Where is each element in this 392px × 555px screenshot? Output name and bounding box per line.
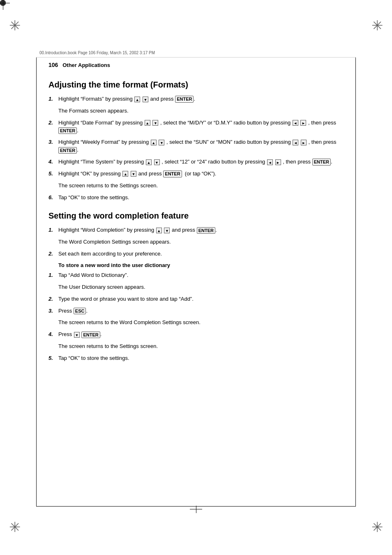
enter-key-3: ENTER bbox=[58, 147, 77, 154]
section-time-format: Adjusting the time format (Formats) 1. H… bbox=[48, 80, 346, 201]
section1-step-3: 3. Highlight “Weekly Format” by pressing… bbox=[48, 138, 346, 154]
section1-step-6: 6. Tap “OK” to store the settings. bbox=[48, 194, 346, 202]
sub-step-3-content: Press ESC. bbox=[58, 307, 346, 315]
key-up-1: ▲ bbox=[134, 97, 140, 102]
step-num-6: 6. bbox=[48, 194, 58, 202]
sub-step-num-2: 2. bbox=[48, 295, 58, 303]
step-6-content: Tap “OK” to store the settings. bbox=[58, 194, 346, 202]
section2-steps-list: 1. Highlight “Word Completion” by pressi… bbox=[48, 226, 346, 258]
enter-key-2: ENTER bbox=[58, 127, 77, 134]
section2-step-2: 2. Set each item according to your prefe… bbox=[48, 250, 346, 258]
key-left-2: ◄ bbox=[293, 120, 298, 126]
key-up-2: ▲ bbox=[145, 120, 150, 126]
sub-step-num-4: 4. bbox=[48, 331, 58, 339]
key-left-4: ◄ bbox=[267, 159, 273, 165]
key-left-3: ◄ bbox=[293, 140, 298, 145]
sub-step-num-1: 1. bbox=[48, 272, 58, 279]
sub-step-4-content: Press ▼ ENTER. bbox=[58, 331, 346, 339]
step-num-5: 5. bbox=[48, 170, 58, 178]
content-area: 106 Other Applications Adjusting the tim… bbox=[36, 58, 356, 507]
filepath-text: 00.Introduction.book Page 106 Friday, Ma… bbox=[39, 51, 155, 55]
sub-enter-key-4: ENTER bbox=[81, 332, 100, 338]
section-word-completion: Setting the word completion feature 1. H… bbox=[48, 211, 346, 362]
sub-step-5-content: Tap “OK” to store the settings. bbox=[58, 355, 346, 362]
enter-key-4: ENTER bbox=[312, 159, 331, 165]
key-down-2: ▼ bbox=[152, 120, 158, 126]
key-up-4: ▲ bbox=[146, 159, 152, 165]
step-5-note: The screen returns to the Settings scree… bbox=[58, 182, 346, 190]
key-right-3: ► bbox=[301, 140, 307, 145]
page-header: 106 Other Applications bbox=[48, 62, 346, 70]
page: ✳ ✳ ✳ ✳ 00.Introduction.book Page 106 Fr… bbox=[0, 0, 392, 555]
s2-enter-key-1: ENTER bbox=[197, 227, 215, 234]
corner-decoration-top-left: ✳ bbox=[9, 17, 21, 34]
key-down-5: ▼ bbox=[131, 171, 136, 177]
section2-sub-steps-list: 1. Tap “Add Word to Dictionary”. The Use… bbox=[48, 272, 346, 362]
s2-step-2-content: Set each item according to your preferen… bbox=[58, 250, 346, 258]
sub-step-3-note: The screen returns to the Word Completio… bbox=[58, 319, 346, 327]
step-2-content: Highlight “Date Format” by pressing ▲ ▼ … bbox=[58, 119, 346, 135]
page-section-label: Other Applications bbox=[62, 62, 110, 68]
s2-step-num-1: 1. bbox=[48, 226, 58, 234]
step-num-3: 3. bbox=[48, 138, 58, 154]
step-5-content: Highlight “OK” by pressing ▲ ▼ and press… bbox=[58, 170, 346, 178]
sub-step-4-note: The screen returns to the Settings scree… bbox=[58, 343, 346, 350]
sub-step-1-content: Tap “Add Word to Dictionary”. bbox=[58, 272, 346, 279]
sub-step-3: 3. Press ESC. bbox=[48, 307, 346, 315]
enter-key-1: ENTER bbox=[175, 96, 194, 102]
s2-step-1-content: Highlight “Word Completion” by pressing … bbox=[58, 226, 346, 234]
corner-decoration-bottom-left: ✳ bbox=[9, 519, 21, 535]
section1-steps-list: 1. Highlight “Formats” by pressing ▲ ▼ a… bbox=[48, 95, 346, 201]
step-1-content: Highlight “Formats” by pressing ▲ ▼ and … bbox=[58, 95, 346, 103]
s2-step-num-2: 2. bbox=[48, 250, 58, 258]
sub-step-num-5: 5. bbox=[48, 355, 58, 362]
key-right-4: ► bbox=[275, 159, 281, 165]
key-down-3: ▼ bbox=[159, 140, 164, 145]
key-down-4: ▼ bbox=[154, 159, 160, 165]
esc-key-3: ESC bbox=[74, 308, 86, 314]
key-up-5: ▲ bbox=[122, 171, 128, 177]
section2-heading: Setting the word completion feature bbox=[48, 211, 346, 221]
sub-step-4: 4. Press ▼ ENTER. bbox=[48, 331, 346, 339]
corner-decoration-bottom-right: ✳ bbox=[371, 519, 383, 535]
section1-step-5: 5. Highlight “OK” by pressing ▲ ▼ and pr… bbox=[48, 170, 346, 178]
page-number-title: 106 Other Applications bbox=[48, 62, 110, 68]
key-down-1: ▼ bbox=[143, 97, 148, 102]
sub-step-2-content: Type the word or phrase you want to stor… bbox=[58, 295, 346, 303]
enter-key-5: ENTER bbox=[163, 170, 182, 177]
section2-step-1: 1. Highlight “Word Completion” by pressi… bbox=[48, 226, 346, 234]
key-up-3: ▲ bbox=[151, 140, 157, 145]
sub-step-num-3: 3. bbox=[48, 307, 58, 315]
section1-step-4: 4. Highlight “Time System” by pressing ▲… bbox=[48, 158, 346, 166]
s2-key-down-1: ▼ bbox=[164, 228, 170, 233]
sub-step-1: 1. Tap “Add Word to Dictionary”. bbox=[48, 272, 346, 279]
step-num-2: 2. bbox=[48, 119, 58, 135]
step-1-note: The Formats screen appears. bbox=[58, 107, 346, 115]
step-4-content: Highlight “Time System” by pressing ▲ ▼ … bbox=[58, 158, 346, 166]
step-3-content: Highlight “Weekly Format” by pressing ▲ … bbox=[58, 138, 346, 154]
sub-key-down-4: ▼ bbox=[74, 332, 80, 338]
sub-step-2: 2. Type the word or phrase you want to s… bbox=[48, 295, 346, 303]
sub-step-5: 5. Tap “OK” to store the settings. bbox=[48, 355, 346, 362]
key-right-2: ► bbox=[300, 120, 306, 126]
page-number: 106 bbox=[48, 62, 58, 68]
corner-decoration-top-right: ✳ bbox=[371, 17, 383, 34]
s2-step-1-note: The Word Completion Settings screen appe… bbox=[58, 238, 346, 246]
section1-step-2: 2. Highlight “Date Format” by pressing ▲… bbox=[48, 119, 346, 135]
section1-heading: Adjusting the time format (Formats) bbox=[48, 80, 346, 90]
filepath-bar: 00.Introduction.book Page 106 Friday, Ma… bbox=[36, 48, 356, 58]
sub-step-1-note: The User Dictionary screen appears. bbox=[58, 283, 346, 291]
step-num-1: 1. bbox=[48, 95, 58, 103]
s2-key-up-1: ▲ bbox=[156, 228, 162, 233]
section1-step-1: 1. Highlight “Formats” by pressing ▲ ▼ a… bbox=[48, 95, 346, 103]
step-num-4: 4. bbox=[48, 158, 58, 166]
sub-heading-user-dict: To store a new word into the user dictio… bbox=[58, 262, 346, 268]
